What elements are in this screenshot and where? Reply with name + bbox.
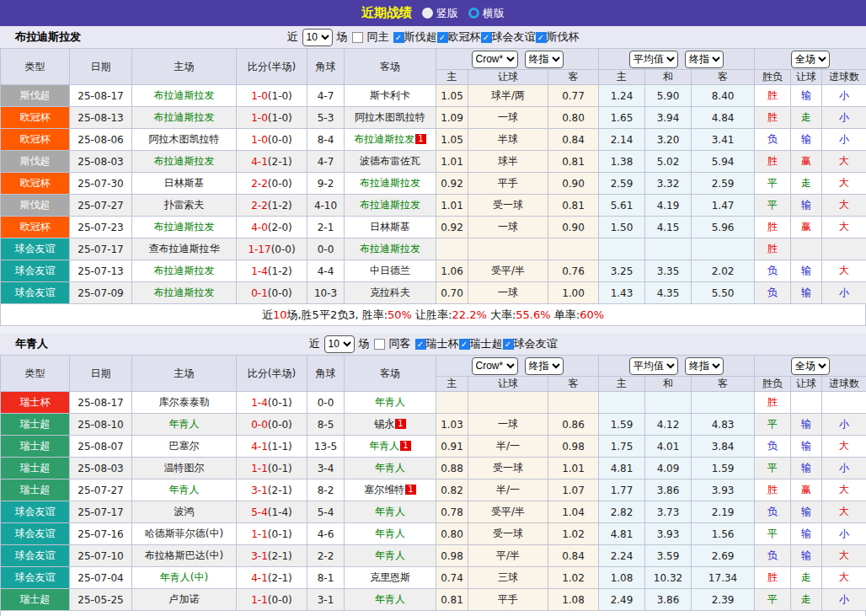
- average-final-select[interactable]: 终指: [685, 51, 724, 68]
- handicap-line: 受一球: [468, 195, 548, 217]
- summary-text: 60%: [580, 308, 604, 321]
- league-badge: 瑞士超: [1, 436, 70, 458]
- away-team-name: 塞尔维特: [364, 484, 404, 495]
- col-header-goals: 进球数: [822, 377, 866, 392]
- away-team: 克里恩斯: [345, 567, 436, 589]
- handicap-line: 三球: [468, 567, 548, 589]
- result-goals: 大: [822, 436, 866, 458]
- average-select[interactable]: 平均值: [629, 51, 678, 68]
- table-body: 瑞士杯25-08-17库尔泰泰勒1-4(0-1)0-0年青人胜瑞士超25-08-…: [1, 392, 866, 611]
- recent-count-select[interactable]: 10: [324, 335, 355, 353]
- league-badge: 球会友谊: [1, 260, 70, 282]
- league-badge: 球会友谊: [1, 523, 70, 545]
- corner-count: 0-0: [307, 238, 345, 260]
- match-date: 25-05-25: [70, 589, 132, 611]
- result-outcome: 平: [755, 173, 791, 195]
- match-row: 斯伐超25-08-03布拉迪斯拉发4-1(2-1)4-7波德布雷佐瓦1.01球半…: [1, 151, 866, 173]
- fulltime-score: 1-1: [251, 463, 268, 474]
- avg-draw: 3.32: [645, 173, 692, 195]
- away-team: 年青人: [345, 589, 436, 611]
- odds-away: 1.08: [548, 589, 599, 611]
- league-checkbox[interactable]: ✓: [459, 339, 470, 350]
- avg-draw: 3.73: [645, 501, 692, 523]
- score: 1-17(0-0): [237, 238, 307, 260]
- col-header-avg_draw: 和: [645, 377, 692, 392]
- average-select[interactable]: 平均值: [629, 357, 678, 375]
- avg-away: 2.59: [692, 173, 755, 195]
- home-team-name: 布拉迪斯拉发: [154, 265, 215, 276]
- away-team: 布拉迪斯拉发: [345, 173, 436, 195]
- odds-away: 0.77: [548, 85, 599, 107]
- home-team-name: 扑雷索夫: [164, 199, 205, 211]
- radio-off-icon[interactable]: [422, 8, 433, 19]
- league-checkbox[interactable]: ✓: [437, 32, 448, 43]
- league-checkbox[interactable]: ✓: [481, 32, 492, 43]
- fulltime-select[interactable]: 全场: [791, 357, 830, 375]
- odds-source-select[interactable]: Crow*: [472, 357, 518, 375]
- result-outcome: 胜: [755, 85, 791, 107]
- layout-radio-horizontal[interactable]: 横版: [468, 6, 505, 21]
- odds-home: 0.81: [436, 589, 468, 611]
- avg-away: 4.83: [692, 414, 755, 436]
- home-team: 波鸿: [132, 501, 237, 523]
- league-checkbox[interactable]: ✓: [503, 339, 514, 350]
- league-checkbox[interactable]: ✓: [415, 339, 426, 350]
- result-handicap: 输: [791, 414, 822, 436]
- home-team: 布拉迪斯拉发: [132, 107, 237, 129]
- result-outcome: 负: [755, 282, 791, 304]
- league-checkbox[interactable]: ✓: [393, 32, 404, 43]
- result-handicap: 输: [791, 545, 822, 567]
- red-card-badge: 1: [415, 134, 425, 144]
- summary-line: 近10场,胜3平4负3, 胜率:30% 让胜率:11.1% 大率:55.6% 单…: [0, 611, 866, 616]
- avg-draw: 4.19: [645, 195, 692, 217]
- result-handicap: 输: [791, 260, 822, 282]
- halftime-score: (1-2): [268, 200, 292, 212]
- recent-count-select[interactable]: 10: [302, 29, 333, 46]
- result-goals: [822, 238, 866, 260]
- match-row: 球会友谊25-07-10布拉格斯巴达(中)3-1(2-1)2-2年青人0.98平…: [1, 545, 866, 567]
- home-team: 布拉格斯巴达(中): [132, 545, 237, 567]
- away-team-name: 年青人: [369, 440, 399, 452]
- corner-count: 8-5: [307, 414, 345, 436]
- league-badge: 球会友谊: [1, 282, 70, 304]
- corner-count: 2-1: [307, 217, 345, 238]
- same-venue-checkbox[interactable]: [352, 32, 363, 43]
- red-card-badge: 1: [400, 441, 410, 451]
- odds-source-select[interactable]: Crow*: [472, 51, 518, 68]
- fulltime-group: 全场: [755, 49, 866, 70]
- home-team: 布拉迪斯拉发: [132, 282, 237, 304]
- league-badge: 斯伐超: [1, 85, 70, 107]
- score: 4-1(2-1): [237, 151, 307, 173]
- result-handicap: 走: [791, 107, 822, 129]
- col-header-result: 胜负: [755, 377, 791, 392]
- fulltime-score: 1-17: [248, 244, 270, 255]
- layout-radio-vertical[interactable]: 竖版: [422, 6, 458, 21]
- odds-final-select[interactable]: 终指: [525, 357, 564, 375]
- avg-home: 1.75: [599, 436, 645, 458]
- match-date: 25-07-30: [70, 173, 132, 195]
- handicap-line: 平手: [468, 589, 548, 611]
- match-row: 瑞士超25-05-25卢加诺1-1(0-0)3-1年青人0.81平手1.082.…: [1, 589, 866, 611]
- halftime-score: (2-1): [268, 572, 292, 584]
- radio-on-icon[interactable]: [468, 8, 479, 19]
- away-team: 年青人: [345, 501, 436, 523]
- avg-away: 5.94: [692, 151, 755, 173]
- result-outcome: 负: [755, 501, 791, 523]
- fulltime-score: 5-4: [251, 506, 268, 518]
- average-final-select[interactable]: 终指: [685, 357, 724, 375]
- handicap-odds-group: Crow* 终指: [436, 356, 599, 377]
- odds-final-select[interactable]: 终指: [525, 51, 564, 68]
- odds-home: [436, 238, 468, 260]
- home-team-name: 哈德斯菲尔德(中): [145, 528, 223, 539]
- team-section: 年青人 近 10 场 同客 ✓瑞士杯✓瑞士超✓球会友谊 类型 日: [0, 333, 866, 616]
- league-checkbox[interactable]: ✓: [536, 32, 547, 43]
- result-goals: 小: [822, 85, 866, 107]
- match-date: 25-07-23: [70, 217, 132, 238]
- result-outcome: 胜: [755, 107, 791, 129]
- section-header-band: 布拉迪斯拉发 近 10 场 同主 ✓斯伐超✓欧冠杯✓球会友谊✓斯伐杯: [0, 26, 866, 48]
- col-header-away: 客场: [345, 49, 436, 85]
- odds-away: 1.04: [548, 501, 599, 523]
- fulltime-select[interactable]: 全场: [791, 51, 830, 68]
- same-venue-checkbox[interactable]: [374, 339, 385, 350]
- result-goals: 小: [822, 589, 866, 611]
